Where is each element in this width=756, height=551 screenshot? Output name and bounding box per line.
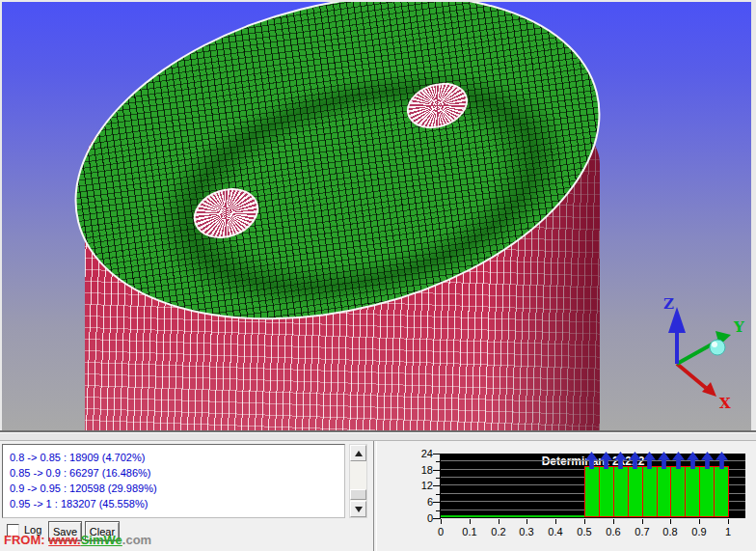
x-axis-tick-label: 0.8	[656, 526, 685, 537]
x-axis-tick	[670, 519, 671, 524]
x-axis-tick-label: 0.5	[570, 526, 599, 537]
watermark: FROM: www.SimWe.com	[4, 533, 151, 547]
scrollbar-thumb[interactable]	[350, 489, 366, 500]
y-axis-sphere-highlight	[712, 342, 717, 347]
watermark-www: www.	[48, 533, 80, 547]
y-axis-minor-tick	[436, 494, 440, 495]
log-line: 0.9 -> 0.95 : 120598 (29.989%)	[10, 481, 344, 496]
x-axis-tick	[499, 519, 500, 524]
x-axis-tick-label: 0.4	[541, 526, 570, 537]
histogram-bar	[714, 466, 729, 517]
histogram-bar	[642, 466, 658, 517]
y-axis-minor-tick	[436, 478, 440, 479]
y-axis-tick-label: 18	[408, 464, 433, 476]
x-axis-tick	[526, 519, 527, 524]
scroll-down-icon	[355, 507, 363, 512]
x-axis-arrow	[677, 364, 706, 388]
histogram-bar	[685, 466, 700, 517]
x-axis-tick-label: 0.9	[685, 526, 714, 537]
y-axis-tick	[433, 470, 440, 471]
log-line: 0.8 -> 0.85 : 18909 (4.702%)	[10, 450, 344, 465]
x-axis-tick	[441, 519, 442, 524]
x-axis-tick-label: 0.1	[455, 526, 484, 537]
histogram-bar	[628, 466, 643, 517]
y-axis-tick-label: 6	[408, 496, 433, 508]
histogram-bar	[599, 466, 614, 517]
x-axis-tick	[642, 519, 643, 524]
x-axis-tick	[555, 519, 556, 524]
x-axis-tick	[470, 519, 471, 524]
y-axis-label: Y	[733, 318, 744, 336]
watermark-com: .com	[122, 533, 151, 547]
y-axis-tick	[433, 454, 440, 455]
horizontal-splitter[interactable]	[0, 430, 756, 441]
histogram-bar	[657, 466, 671, 517]
y-axis-tick-label: 24	[408, 448, 433, 459]
log-line: 0.85 -> 0.9 : 66297 (16.486%)	[10, 465, 344, 481]
x-axis-tick	[584, 519, 585, 524]
panel-divider	[373, 441, 377, 551]
x-axis-tick-label: 0.6	[599, 526, 628, 537]
y-axis-tick	[433, 502, 440, 503]
y-axis-minor-tick	[436, 461, 440, 462]
x-axis-tick-label: 0.3	[512, 526, 541, 537]
histogram-bar	[584, 466, 600, 517]
histogram-bar	[670, 466, 686, 517]
z-axis-label: Z	[663, 295, 674, 313]
y-axis-tick-label: 12	[408, 480, 433, 491]
watermark-simwe: SimWe	[81, 533, 122, 547]
x-axis-tick	[699, 519, 700, 524]
x-axis-label: X	[719, 395, 731, 412]
x-axis-tick	[728, 519, 729, 524]
watermark-from: FROM:	[4, 533, 48, 547]
axis-triad: Z Y X	[636, 289, 751, 413]
x-axis-tick-label: 1	[714, 526, 742, 537]
y-axis-sphere	[710, 340, 725, 355]
scroll-down-button[interactable]	[350, 501, 366, 517]
x-axis-tick	[613, 519, 614, 524]
y-axis-tick	[433, 485, 440, 486]
3d-viewport[interactable]: Z Y X	[2, 2, 751, 430]
mesh-quality-window: Z Y X 0.8 -> 0.85 : 18909 (4.702%)0.85 -…	[0, 0, 756, 551]
message-log-box[interactable]: 0.8 -> 0.85 : 18909 (4.702%)0.85 -> 0.9 …	[2, 444, 345, 518]
histogram-bar	[613, 466, 629, 517]
log-line: 0.95 -> 1 : 183207 (45.558%)	[10, 496, 344, 511]
x-axis-tick-label: 0.7	[628, 526, 657, 537]
y-axis-tick	[433, 518, 440, 519]
histogram-plot[interactable]: Determinant 2x2x2 Min 0.5 Max 0.999	[441, 454, 745, 518]
y-axis-tick-label: 0	[408, 512, 433, 524]
scroll-up-button[interactable]	[350, 445, 366, 461]
x-axis-tick-label: 0.2	[484, 526, 513, 537]
y-axis-minor-tick	[436, 510, 440, 511]
histogram-panel: Determinant 2x2x2 Min 0.5 Max 0.999 0612…	[381, 441, 756, 551]
histogram-bar	[699, 466, 715, 517]
x-axis-tick-label: 0	[426, 526, 455, 537]
scroll-up-icon	[355, 451, 363, 456]
log-scrollbar[interactable]	[349, 444, 367, 518]
bottom-panel: 0.8 -> 0.85 : 18909 (4.702%)0.85 -> 0.9 …	[0, 441, 756, 551]
